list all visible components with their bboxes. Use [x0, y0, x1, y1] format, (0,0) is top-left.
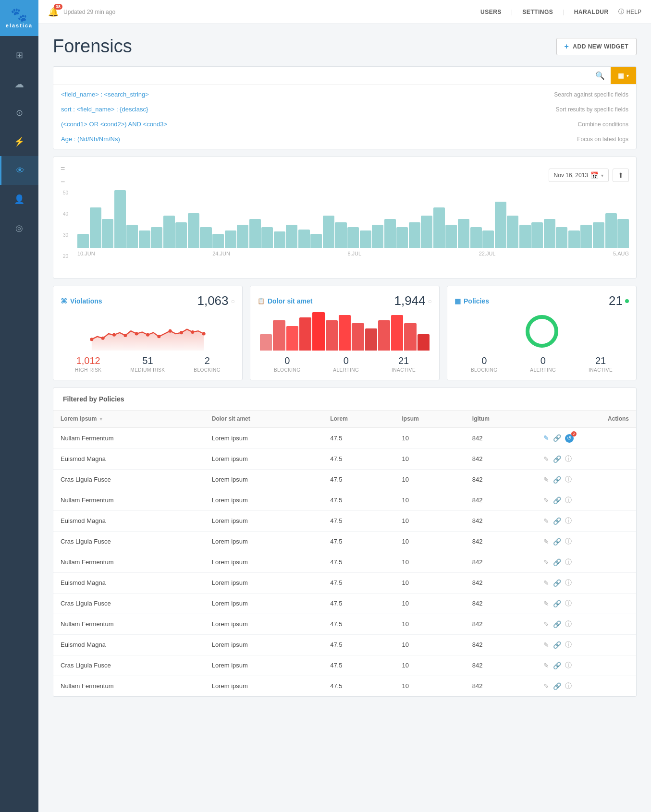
search-options-button[interactable]: ▦ ▾	[611, 67, 636, 84]
info-icon-4[interactable]: ⓘ	[565, 517, 572, 525]
sidebar-item-forensics[interactable]: 👁	[0, 156, 38, 185]
svg-point-10	[202, 332, 206, 336]
dolor-bar-9	[378, 320, 390, 351]
info-icon-8[interactable]: ⓘ	[565, 599, 572, 608]
info-icon-11[interactable]: ⓘ	[565, 661, 572, 670]
edit-icon-7[interactable]: ✎	[543, 579, 549, 587]
link-icon-8[interactable]: 🔗	[553, 600, 561, 607]
info-icon-2[interactable]: ⓘ	[565, 475, 572, 484]
date-picker[interactable]: Nov 16, 2013 📅 ▾	[549, 169, 609, 182]
edit-icon-11[interactable]: ✎	[543, 662, 549, 669]
chart-bar-38	[544, 219, 555, 248]
help-label: HELP	[626, 9, 641, 15]
link-icon-9[interactable]: 🔗	[553, 620, 561, 628]
link-icon-10[interactable]: 🔗	[553, 641, 561, 649]
app-logo[interactable]: 🐾 elastica	[0, 0, 38, 36]
notification-bell[interactable]: 🔔 38	[48, 7, 59, 17]
chart-bar-32	[470, 227, 482, 248]
dolor-bar-10	[391, 315, 403, 351]
dolor-options-icon[interactable]: ○	[428, 297, 432, 305]
nav-haraldur[interactable]: HARALDUR	[574, 9, 609, 15]
link-icon-2[interactable]: 🔗	[553, 476, 561, 484]
add-widget-button[interactable]: + ADD NEW WIDGET	[556, 38, 637, 55]
info-icon-9[interactable]: ⓘ	[565, 620, 572, 629]
info-icon-10[interactable]: ⓘ	[565, 641, 572, 649]
sidebar-item-dashboard[interactable]: ⊞	[0, 41, 38, 70]
cell-col1-7: Euismod Magna	[53, 572, 205, 593]
dolor-bar-4	[312, 312, 324, 351]
link-icon-3[interactable]: 🔗	[553, 497, 561, 504]
chart-bar-37	[531, 222, 543, 248]
cell-actions-2: ✎ 🔗 ⓘ	[536, 469, 636, 490]
edit-icon-3[interactable]: ✎	[543, 497, 549, 504]
cell-ipsum-6: 10	[395, 552, 465, 572]
edit-icon-1[interactable]: ✎	[543, 455, 549, 463]
info-icon-3[interactable]: ⓘ	[565, 496, 572, 505]
sidebar-nav: ⊞ ☁ ⊙ ⚡ 👁 👤 ◎	[0, 36, 38, 716]
info-icon-5[interactable]: ⓘ	[565, 537, 572, 546]
edit-icon-8[interactable]: ✎	[543, 600, 549, 607]
cell-col2-11: Lorem ipsum	[205, 655, 323, 676]
edit-icon-4[interactable]: ✎	[543, 517, 549, 525]
chart-bar-15	[261, 227, 273, 248]
sidebar-item-cloud[interactable]: ☁	[0, 70, 38, 98]
chart-bar-8	[175, 222, 187, 248]
link-icon-1[interactable]: 🔗	[553, 455, 561, 463]
nav-help[interactable]: ⓘ HELP	[618, 8, 641, 16]
cell-col2-2: Lorem ipsum	[205, 469, 323, 490]
edit-icon-0[interactable]: ✎	[543, 434, 549, 442]
svg-point-7	[169, 329, 172, 333]
edit-icon-10[interactable]: ✎	[543, 641, 549, 649]
info-icon-7[interactable]: ⓘ	[565, 579, 572, 587]
link-icon-6[interactable]: 🔗	[553, 558, 561, 566]
dolor-blocking-label: BLOCKING	[274, 367, 301, 373]
chart-equals-icon[interactable]: =	[61, 164, 65, 173]
chart-bar-22	[347, 227, 359, 248]
info-icon-0[interactable]: 2↺	[565, 434, 574, 443]
edit-icon-6[interactable]: ✎	[543, 558, 549, 566]
chart-bar-19	[310, 234, 322, 248]
table-row: Nullam Fermentum Lorem ipsum 47.5 10 842…	[53, 552, 636, 572]
link-icon-11[interactable]: 🔗	[553, 662, 561, 669]
topbar: 🔔 38 Updated 29 min ago USERS | SETTINGS…	[38, 0, 651, 24]
nav-users[interactable]: USERS	[480, 9, 502, 15]
cell-igitum-0: 842	[465, 427, 536, 448]
info-icon-6[interactable]: ⓘ	[565, 558, 572, 567]
edit-icon-12[interactable]: ✎	[543, 682, 549, 690]
edit-icon-5[interactable]: ✎	[543, 538, 549, 545]
chart-bar-2	[102, 219, 113, 248]
edit-icon-2[interactable]: ✎	[543, 476, 549, 484]
edit-icon-9[interactable]: ✎	[543, 620, 549, 628]
link-icon-7[interactable]: 🔗	[553, 579, 561, 587]
violations-stats: 1,012 HIGH RISK 51 MEDIUM RISK 2 BLOCKIN…	[61, 355, 235, 373]
th-lorem: Lorem	[323, 411, 394, 427]
link-icon-0[interactable]: 🔗	[553, 434, 561, 442]
chart-upload-button[interactable]: ⬆	[613, 169, 629, 182]
th-lorem-ipsum[interactable]: Lorem ipsum ▼	[53, 411, 205, 427]
violations-title: ⌘ Violations	[61, 297, 102, 305]
search-option-4[interactable]: Age : (Nd/Nh/Nm/Ns) Focus on latest logs	[53, 132, 636, 146]
sidebar-item-alerts[interactable]: ⚡	[0, 127, 38, 156]
search-input[interactable]	[59, 72, 591, 79]
cell-col2-1: Lorem ipsum	[205, 448, 323, 469]
policies-title: ▦ Policies	[454, 297, 489, 305]
search-option-2[interactable]: sort : <field_name> : {desclasc} Sort re…	[53, 102, 636, 117]
link-icon-12[interactable]: 🔗	[553, 682, 561, 690]
nav-settings[interactable]: SETTINGS	[522, 9, 553, 15]
search-option-3[interactable]: (<cond1> OR <cond2>) AND <cond3> Combine…	[53, 117, 636, 132]
chart-bar-9	[188, 213, 199, 248]
link-icon-4[interactable]: 🔗	[553, 517, 561, 525]
table-row: Nullam Fermentum Lorem ipsum 47.5 10 842…	[53, 427, 636, 448]
sidebar-item-users[interactable]: 👤	[0, 185, 38, 214]
cell-col1-6: Nullam Fermentum	[53, 552, 205, 572]
chart-minus-icon[interactable]: −	[61, 178, 65, 186]
sidebar-item-settings2[interactable]: ◎	[0, 214, 38, 242]
link-icon-5[interactable]: 🔗	[553, 538, 561, 545]
violations-card-header: ⌘ Violations 1,063 ○	[61, 293, 235, 308]
search-option-1[interactable]: <field_name> : <search_string> Search ag…	[53, 87, 636, 102]
violations-options-icon[interactable]: ○	[231, 297, 235, 305]
sidebar-item-search[interactable]: ⊙	[0, 98, 38, 127]
dolor-bar-1	[273, 320, 285, 351]
info-icon-1[interactable]: ⓘ	[565, 455, 572, 463]
info-icon-12[interactable]: ⓘ	[565, 682, 572, 691]
